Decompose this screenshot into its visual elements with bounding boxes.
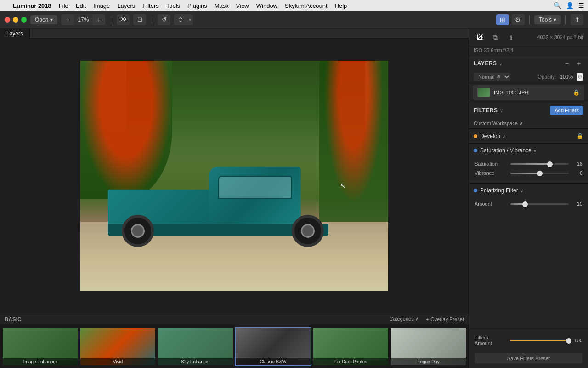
layers-minus-button[interactable]: − bbox=[562, 59, 571, 68]
menu-window[interactable]: Window bbox=[256, 2, 277, 9]
close-button[interactable] bbox=[5, 17, 10, 23]
thumb-label: Sky Enhancer bbox=[158, 358, 233, 365]
add-filters-button[interactable]: Add Filters bbox=[550, 106, 583, 115]
photo-icon-btn[interactable]: 🖼 bbox=[474, 32, 486, 42]
develop-header[interactable]: Develop ∨ 🔒 bbox=[469, 129, 588, 143]
workspace-name[interactable]: Custom Workspace ∨ bbox=[474, 121, 523, 126]
menu-layers[interactable]: Layers bbox=[117, 2, 135, 9]
filters-section-header: FILTERS ∨ Add Filters bbox=[469, 102, 588, 119]
preset-foggy-day[interactable]: Foggy Day bbox=[390, 327, 467, 366]
history-button[interactable]: ⏱ bbox=[174, 14, 187, 25]
preset-sky-enhancer[interactable]: Sky Enhancer bbox=[157, 327, 234, 366]
canvas-wrapper[interactable]: ↖ bbox=[0, 39, 469, 313]
saturation-value: 16 bbox=[572, 161, 582, 167]
undo-button[interactable]: ↺ bbox=[158, 14, 170, 25]
saturation-thumb[interactable] bbox=[547, 161, 553, 167]
layers-actions: − + bbox=[562, 59, 583, 68]
workspace-bar: Custom Workspace ∨ bbox=[469, 119, 588, 129]
zoom-plus-button[interactable]: + bbox=[92, 14, 105, 25]
wheel-rear bbox=[122, 215, 154, 247]
sat-vib-controls: Saturation 16 Vibrance bbox=[469, 157, 588, 183]
history-chevron-icon[interactable]: ▾ bbox=[187, 17, 193, 22]
menu-file[interactable]: File bbox=[59, 2, 68, 9]
photo-scene bbox=[80, 61, 388, 291]
layers-icon-btn[interactable]: ⧉ bbox=[489, 32, 501, 42]
open-chevron-icon: ▾ bbox=[50, 17, 53, 23]
preset-classic-bw[interactable]: Classic B&W bbox=[235, 327, 311, 366]
info-icon-btn[interactable]: ℹ bbox=[505, 32, 517, 42]
saturation-slider[interactable] bbox=[510, 163, 569, 165]
opacity-label: Opacity: bbox=[538, 74, 556, 80]
zoom-minus-button[interactable]: − bbox=[61, 14, 74, 25]
vibrance-thumb[interactable] bbox=[537, 171, 543, 176]
layer-name: IMG_1051.JPG bbox=[494, 90, 569, 95]
develop-filter-group: Develop ∨ 🔒 bbox=[469, 129, 588, 143]
amount-thumb[interactable] bbox=[522, 201, 528, 207]
layer-settings-button[interactable]: ⚙ bbox=[577, 73, 583, 81]
sat-vib-name: Saturation / Vibrance bbox=[480, 147, 531, 154]
layer-item[interactable]: IMG_1051.JPG 🔒 bbox=[473, 85, 584, 100]
preview-toggle-button[interactable]: 👁 bbox=[117, 14, 130, 25]
panel-spacer bbox=[469, 214, 588, 330]
thumb-label: Classic B&W bbox=[236, 358, 311, 365]
app-name[interactable]: Luminar 2018 bbox=[13, 2, 51, 9]
maximize-button[interactable] bbox=[21, 17, 27, 23]
menu-image[interactable]: Image bbox=[93, 2, 110, 9]
canvas-area: Layers bbox=[0, 29, 469, 368]
saturation-label: Saturation bbox=[475, 161, 507, 167]
menu-skylum[interactable]: Skylum Account bbox=[285, 2, 328, 9]
separator bbox=[529, 15, 530, 24]
menu-icon[interactable]: ☰ bbox=[578, 2, 584, 9]
layers-title: LAYERS bbox=[474, 60, 497, 67]
filters-amount-slider[interactable] bbox=[510, 340, 569, 341]
vibrance-label: Vibrance bbox=[475, 170, 507, 176]
share-button[interactable]: ⬆ bbox=[571, 14, 583, 25]
overlay-preset-button[interactable]: + Overlay Preset bbox=[426, 316, 464, 322]
amount-slider[interactable] bbox=[510, 203, 569, 205]
vibrance-value: 0 bbox=[572, 170, 582, 176]
layer-thumbnail bbox=[477, 88, 490, 97]
menu-tools[interactable]: Tools bbox=[166, 2, 180, 9]
menu-plugins[interactable]: Plugins bbox=[187, 2, 207, 9]
polarizing-chevron-icon: ∨ bbox=[520, 188, 523, 193]
image-dimensions: 4032 × 3024 px 8-bit bbox=[537, 34, 583, 40]
search-icon[interactable]: 🔍 bbox=[554, 2, 561, 9]
layers-chevron-icon: ∨ bbox=[499, 61, 502, 66]
filters-chevron-icon: ∨ bbox=[500, 108, 503, 113]
grid-view-button[interactable]: ⊞ bbox=[496, 14, 509, 25]
open-button[interactable]: Open ▾ bbox=[30, 15, 57, 24]
vibrance-slider[interactable] bbox=[510, 172, 569, 174]
layers-plus-button[interactable]: + bbox=[574, 59, 583, 68]
filters-amount-fill bbox=[510, 340, 569, 341]
polarizing-filter-group[interactable]: Polarizing Filter ∨ bbox=[469, 183, 588, 197]
preset-image-enhancer[interactable]: Image Enhancer bbox=[2, 327, 79, 366]
preset-vivid[interactable]: Vivid bbox=[79, 327, 156, 366]
tab-layers[interactable]: Layers bbox=[0, 29, 30, 39]
menu-filters[interactable]: Filters bbox=[142, 2, 158, 9]
vibrance-fill bbox=[510, 172, 540, 174]
opacity-value: 100% bbox=[560, 74, 573, 80]
blend-mode-select[interactable]: Normal ↺ bbox=[474, 73, 510, 81]
filters-amount-thumb[interactable] bbox=[566, 338, 571, 344]
tools-button[interactable]: Tools ▾ bbox=[534, 15, 561, 24]
menu-mask[interactable]: Mask bbox=[215, 2, 229, 9]
filmstrip-thumbs: Image Enhancer Vivid Sky Enhancer bbox=[0, 325, 469, 368]
top-tab-bar: Layers bbox=[0, 29, 469, 39]
compare-button[interactable]: ⊡ bbox=[133, 14, 146, 25]
preset-fix-dark-photos[interactable]: Fix Dark Photos bbox=[312, 327, 389, 366]
menu-help[interactable]: Help bbox=[335, 2, 347, 9]
menu-view[interactable]: View bbox=[236, 2, 249, 9]
save-filters-preset-button[interactable]: Save Filters Preset bbox=[475, 353, 582, 363]
menu-edit[interactable]: Edit bbox=[76, 2, 86, 9]
filters-title: FILTERS bbox=[474, 107, 498, 114]
user-icon[interactable]: 👤 bbox=[566, 2, 574, 9]
image-metadata: ISO 25 6mm f/2.4 bbox=[469, 46, 588, 56]
minimize-button[interactable] bbox=[13, 17, 18, 23]
polarizing-controls: Amount 10 bbox=[469, 197, 588, 214]
categories-button[interactable]: Categories ∧ bbox=[390, 316, 419, 322]
sat-vib-header[interactable]: Saturation / Vibrance ∨ bbox=[469, 144, 588, 157]
amount-label: Amount bbox=[475, 201, 507, 207]
sliders-button[interactable]: ⚙ bbox=[512, 14, 525, 25]
layers-section-header[interactable]: LAYERS ∨ − + bbox=[469, 56, 588, 71]
zoom-display: 17% bbox=[74, 17, 92, 23]
